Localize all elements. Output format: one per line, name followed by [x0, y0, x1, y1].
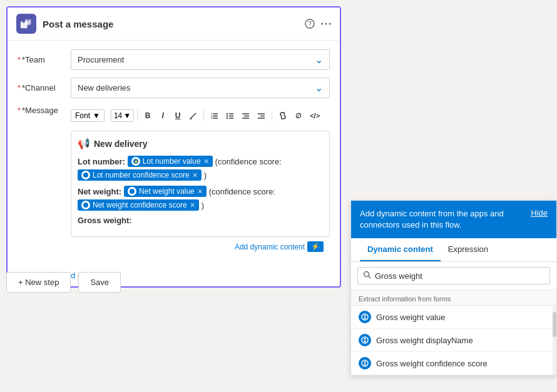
- lightning-icon: ⚡: [307, 241, 324, 252]
- channel-row: *Channel New deliveries ⌄: [18, 78, 330, 98]
- svg-text:3: 3: [211, 117, 212, 119]
- tab-expression[interactable]: Expression: [441, 238, 496, 261]
- search-input[interactable]: [375, 271, 544, 281]
- svg-rect-44: [364, 364, 366, 366]
- megaphone-icon: 📢: [78, 138, 90, 149]
- gross-field-label: Gross weight:: [78, 216, 132, 225]
- form-body: *Team Procurement ⌄ *Channel New deliver…: [8, 41, 340, 264]
- hide-panel-button[interactable]: Hide: [531, 208, 548, 218]
- item-icon-gross-weight-displayname: [359, 334, 371, 346]
- panel-item-gross-weight-confidence[interactable]: Gross weight confidence score: [351, 352, 556, 375]
- lot-paren-close: ): [204, 171, 207, 180]
- outdent-button[interactable]: [238, 108, 253, 123]
- net-token-close[interactable]: ✕: [197, 188, 203, 196]
- item-icon-gross-weight-confidence: [359, 357, 371, 369]
- team-select[interactable]: Procurement ⌄: [71, 49, 330, 70]
- lot-conf-token-icon: [81, 171, 90, 179]
- dynamic-bar: Add dynamic content ⚡: [71, 237, 330, 256]
- font-label: Font: [75, 111, 90, 120]
- save-button[interactable]: Save: [78, 272, 121, 293]
- lot-confidence-prefix: (confidence score:: [215, 157, 282, 166]
- svg-rect-38: [364, 318, 366, 319]
- lot-field-label: Lot number:: [78, 157, 125, 166]
- ordered-list-button[interactable]: 123: [207, 108, 222, 123]
- message-editor[interactable]: 📢 New delivery Lot number: ⚡ Lot number …: [71, 131, 330, 237]
- gross-weight-displayname-label: Gross weight displayName: [376, 336, 473, 345]
- gross-weight-value-label: Gross weight value: [376, 313, 446, 322]
- svg-point-43: [364, 361, 366, 363]
- lot-token-close[interactable]: ✕: [203, 158, 209, 166]
- scrollbar-thumb[interactable]: [553, 312, 556, 337]
- font-size-selector[interactable]: 14 ▼: [111, 109, 134, 122]
- add-dynamic-button[interactable]: Add dynamic content ⚡: [235, 241, 324, 252]
- svg-point-18: [227, 115, 228, 116]
- channel-select[interactable]: New deliveries ⌄: [71, 78, 330, 98]
- link-button[interactable]: [275, 108, 290, 123]
- panel-item-gross-weight-displayname[interactable]: Gross weight displayName: [351, 329, 556, 352]
- indent-button[interactable]: [254, 108, 268, 123]
- panel-items-scroll: Gross weight value Gross weight displayN…: [351, 306, 556, 375]
- team-dropdown-icon: ⌄: [315, 54, 323, 66]
- svg-point-32: [130, 189, 135, 194]
- search-icon: [363, 271, 371, 281]
- net-confidence-token[interactable]: Net weight confidence score ✕: [78, 199, 199, 211]
- svg-point-31: [83, 173, 88, 178]
- svg-point-19: [227, 117, 228, 118]
- font-size-value: 14: [114, 111, 122, 120]
- message-heading: 📢 New delivery: [78, 138, 323, 149]
- svg-point-34: [364, 272, 369, 277]
- net-conf-token-icon: [81, 201, 90, 209]
- message-label: *Message: [18, 106, 58, 115]
- tab-dynamic-content[interactable]: Dynamic content: [360, 238, 441, 261]
- svg-point-7: [325, 23, 327, 25]
- gross-weight-confidence-label: Gross weight confidence score: [376, 359, 488, 368]
- message-content: Font ▼ 14 ▼ B I U: [71, 106, 330, 256]
- gross-weight-line: Gross weight:: [78, 216, 323, 225]
- svg-point-8: [329, 23, 331, 25]
- toolbar-separator-2: [203, 110, 204, 121]
- toolbar-separator-3: [272, 110, 272, 121]
- panel-item-gross-weight-value[interactable]: Gross weight value: [351, 306, 556, 329]
- svg-rect-41: [364, 341, 366, 343]
- action-buttons: + New step Save: [6, 272, 121, 293]
- scrollbar-track: [553, 306, 556, 375]
- panel-items-container: Gross weight value Gross weight displayN…: [351, 306, 556, 375]
- svg-point-37: [364, 315, 366, 317]
- svg-text:?: ?: [308, 21, 312, 28]
- new-step-button[interactable]: + New step: [6, 272, 71, 293]
- underline-button[interactable]: U: [171, 108, 185, 123]
- italic-button[interactable]: I: [156, 108, 170, 123]
- teams-logo: [16, 14, 36, 34]
- more-icon[interactable]: [321, 19, 331, 29]
- channel-label: *Channel: [18, 83, 71, 93]
- svg-point-40: [364, 338, 366, 340]
- net-conf-token-close[interactable]: ✕: [190, 201, 195, 209]
- size-dropdown-arrow: ▼: [123, 111, 131, 120]
- svg-point-6: [322, 23, 324, 25]
- post-message-card: Post a message ? *Team Procure: [6, 6, 341, 288]
- code-button[interactable]: </>: [307, 108, 323, 123]
- section-label: Extract information from forms: [351, 290, 556, 306]
- channel-dropdown-icon: ⌄: [315, 82, 323, 94]
- font-selector[interactable]: Font ▼: [71, 109, 105, 122]
- lot-number-line: Lot number: ⚡ Lot number value ✕ (confid…: [78, 156, 323, 181]
- net-weight-token[interactable]: Net weight value ✕: [124, 186, 207, 197]
- svg-point-33: [83, 203, 88, 208]
- toolbar-separator-1: [137, 110, 138, 121]
- dynamic-content-panel: Add dynamic content from the apps and co…: [350, 200, 557, 376]
- lot-conf-token-close[interactable]: ✕: [192, 171, 198, 179]
- panel-tabs: Dynamic content Expression: [351, 238, 556, 262]
- card-title: Post a message: [43, 19, 305, 29]
- svg-point-17: [227, 113, 228, 114]
- clear-format-button[interactable]: ∅: [292, 108, 305, 123]
- highlight-button[interactable]: [186, 108, 200, 123]
- lot-number-token[interactable]: ⚡ Lot number value ✕: [128, 156, 213, 167]
- unordered-list-button[interactable]: [223, 108, 237, 123]
- svg-point-2: [23, 21, 25, 23]
- bold-button[interactable]: B: [141, 108, 155, 123]
- toolbar: Font ▼ 14 ▼ B I U: [71, 106, 330, 126]
- lot-confidence-token[interactable]: Lot number confidence score ✕: [78, 169, 202, 181]
- net-field-label: Net weight:: [78, 187, 121, 196]
- help-icon[interactable]: ?: [305, 19, 315, 29]
- panel-search-area: [351, 262, 556, 290]
